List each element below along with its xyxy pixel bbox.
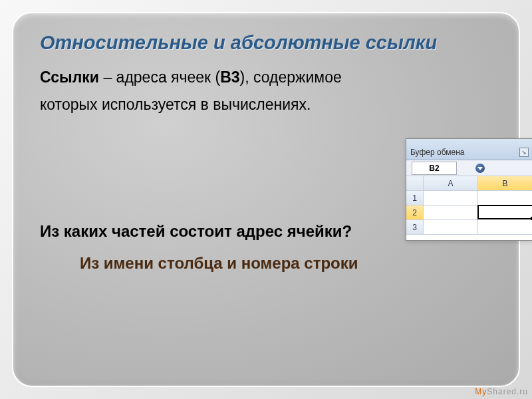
dialog-launcher-icon[interactable]: ↘ xyxy=(519,148,529,157)
body-line-1: Ссылки – адреса ячеек (В3), содержимое xyxy=(40,66,492,89)
watermark-b: Shared xyxy=(487,387,517,396)
slide-title: Относительные и абсолютные ссылки xyxy=(40,32,492,54)
row-header-2[interactable]: 2 xyxy=(406,205,424,220)
name-box-row: B2 xyxy=(406,160,532,176)
cell-b2-selected[interactable] xyxy=(477,205,532,219)
row-header-1[interactable]: 1 xyxy=(406,191,424,205)
name-box-dropdown-icon[interactable] xyxy=(475,164,485,173)
spreadsheet-grid: A B 1 2 3 xyxy=(406,176,532,235)
body-line1-tail: ), содержимое xyxy=(240,68,342,86)
name-box[interactable]: B2 xyxy=(412,162,457,175)
body-line-2: которых используется в вычислениях. xyxy=(40,93,492,116)
body-cell-ref: В3 xyxy=(220,68,239,86)
cell-a3[interactable] xyxy=(424,220,478,235)
cell-a1[interactable] xyxy=(424,191,478,205)
row-header-3[interactable]: 3 xyxy=(406,220,424,235)
ribbon-group-label: Буфер обмена xyxy=(410,148,465,157)
watermark-c: .ru xyxy=(517,387,528,396)
cell-a2[interactable] xyxy=(424,205,478,220)
body-line1-rest: – адреса ячеек ( xyxy=(99,68,220,86)
body-lead: Ссылки xyxy=(40,68,99,86)
excel-thumbnail: Буфер обмена ↘ B2 A B 1 2 3 xyxy=(406,138,532,241)
column-header-a[interactable]: A xyxy=(424,176,478,191)
cell-b3[interactable] xyxy=(478,220,532,235)
answer-text: Из имени столбца и номера строки xyxy=(80,254,492,273)
cell-b1[interactable] xyxy=(478,191,532,205)
watermark-a: My xyxy=(475,387,487,396)
excel-ribbon: Буфер обмена ↘ xyxy=(406,139,532,160)
watermark: MyShared.ru xyxy=(475,387,528,396)
select-all-corner[interactable] xyxy=(406,176,424,191)
column-header-b[interactable]: B xyxy=(478,176,532,191)
